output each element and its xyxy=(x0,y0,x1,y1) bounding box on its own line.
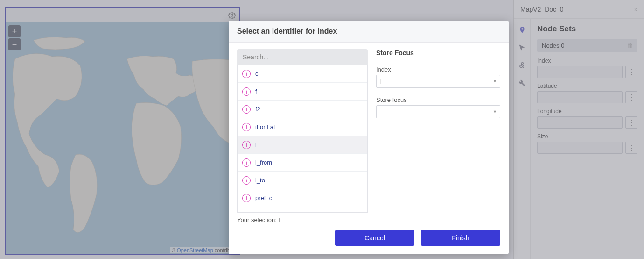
link-icon[interactable]: & xyxy=(518,61,527,70)
info-icon: i xyxy=(242,194,251,202)
identifier-label: l_to xyxy=(255,177,265,184)
chevron-down-icon: ▼ xyxy=(490,75,500,87)
store-focus-select[interactable]: ▼ xyxy=(376,105,500,118)
gear-icon[interactable] xyxy=(227,10,237,21)
info-icon: i xyxy=(242,70,251,78)
field-label-index: Index xyxy=(537,58,637,64)
longitude-input[interactable] xyxy=(537,116,623,129)
identifier-item-pref_c[interactable]: ipref_c xyxy=(238,189,367,207)
info-icon: i xyxy=(242,87,251,96)
info-icon: i xyxy=(242,158,251,167)
identifier-item-l_to[interactable]: il_to xyxy=(238,172,367,189)
map-attribution: © OpenStreetMap contribut xyxy=(170,247,236,253)
doc-title: MapV2_Doc_0 xyxy=(520,6,564,13)
field-menu-button[interactable]: ⋮ xyxy=(625,116,637,129)
info-icon: i xyxy=(242,141,251,149)
right-panel-header: MapV2_Doc_0 » xyxy=(514,0,644,19)
field-menu-button[interactable]: ⋮ xyxy=(625,142,637,154)
index-label: Index xyxy=(376,66,500,73)
field-menu-button[interactable]: ⋮ xyxy=(625,91,637,103)
index-select[interactable]: l ▼ xyxy=(376,75,500,88)
chevron-down-icon: ▼ xyxy=(490,106,500,118)
identifier-label: pref_c xyxy=(255,194,272,201)
field-menu-button[interactable]: ⋮ xyxy=(625,66,637,78)
identifier-label: iLonLat xyxy=(255,123,275,130)
zoom-in-button[interactable]: + xyxy=(8,25,21,37)
collapse-icon[interactable]: » xyxy=(634,6,637,13)
identifier-list: icifif2iiLonLatilil_fromil_toipref_c xyxy=(237,65,368,213)
modal-title: Select an identifier for Index xyxy=(229,21,509,43)
identifier-label: f xyxy=(255,88,257,95)
identifier-label: l xyxy=(255,141,257,148)
osm-link[interactable]: OpenStreetMap xyxy=(177,247,213,253)
info-icon: i xyxy=(242,105,251,114)
node-chip[interactable]: Nodes.0 🗑 xyxy=(537,39,637,52)
field-label-longitude: Longitude xyxy=(537,108,637,115)
identifier-item-l_from[interactable]: il_from xyxy=(238,154,367,172)
identifier-item-f2[interactable]: if2 xyxy=(238,101,367,118)
svg-point-0 xyxy=(231,14,233,16)
identifier-label: l_from xyxy=(255,159,272,166)
cancel-button[interactable]: Cancel xyxy=(335,230,414,246)
map-toolbar xyxy=(6,8,239,22)
cursor-icon[interactable] xyxy=(518,43,527,52)
identifier-modal: Select an identifier for Index icifif2ii… xyxy=(229,21,509,254)
search-input[interactable] xyxy=(237,49,368,65)
delete-icon[interactable]: 🗑 xyxy=(627,42,633,49)
wrench-icon[interactable] xyxy=(518,79,527,88)
zoom-controls: + − xyxy=(8,25,21,51)
identifier-item-l[interactable]: il xyxy=(238,136,367,154)
size-input[interactable] xyxy=(537,142,623,154)
finish-button[interactable]: Finish xyxy=(421,230,500,246)
identifier-item-iLonLat[interactable]: iiLonLat xyxy=(238,118,367,136)
identifier-item-c[interactable]: ic xyxy=(238,65,367,83)
right-panel: MapV2_Doc_0 » & Node Sets Nodes.0 🗑 Inde… xyxy=(513,0,644,259)
field-label-size: Size xyxy=(537,133,637,140)
field-label-latitude: Latitude xyxy=(537,83,637,89)
index-input[interactable] xyxy=(537,66,623,78)
map-panel: + − © OpenStreetMap contribut xyxy=(5,7,240,255)
selection-row: Your selection: l xyxy=(229,213,509,223)
identifier-label: c xyxy=(255,70,259,77)
info-icon: i xyxy=(242,123,251,131)
info-icon: i xyxy=(242,176,251,185)
latitude-input[interactable] xyxy=(537,91,623,103)
right-panel-iconcol: & xyxy=(514,19,531,259)
identifier-label: f2 xyxy=(255,106,260,113)
pin-icon[interactable] xyxy=(518,25,527,35)
map-canvas[interactable] xyxy=(6,22,239,254)
node-sets-title: Node Sets xyxy=(537,24,637,34)
identifier-item-f[interactable]: if xyxy=(238,83,367,101)
zoom-out-button[interactable]: − xyxy=(8,38,21,50)
store-focus-label: Store focus xyxy=(376,96,500,103)
store-focus-title: Store Focus xyxy=(376,49,500,57)
